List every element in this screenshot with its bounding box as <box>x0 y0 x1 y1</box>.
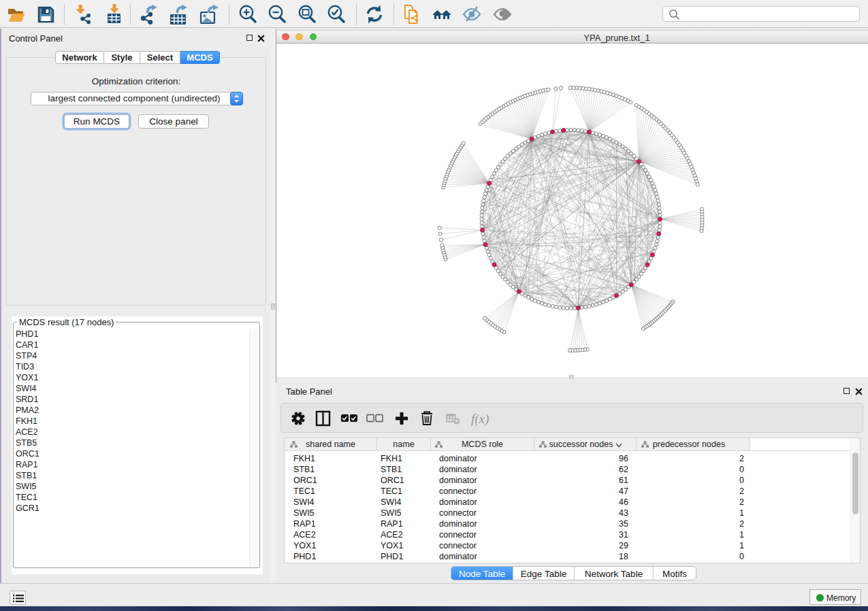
svg-text:f(x): f(x) <box>471 412 489 427</box>
